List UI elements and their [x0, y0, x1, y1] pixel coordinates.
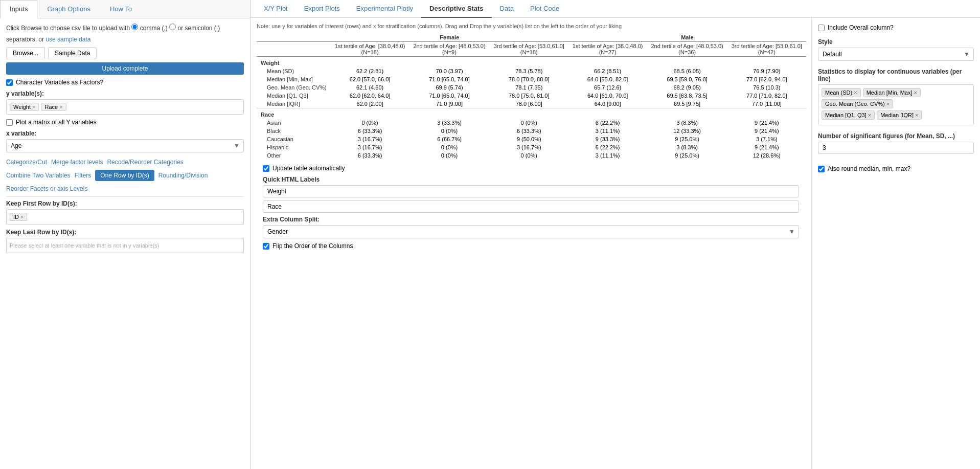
- comma-radio[interactable]: [131, 24, 138, 30]
- stats-section: Statistics to display for continuous var…: [818, 68, 974, 125]
- round-median-section: Also round median, min, max?: [818, 165, 974, 172]
- sample-data-button[interactable]: Sample Data: [48, 47, 97, 59]
- col-header-5: 3rd tertile of Age: [53.0,61.0](N=42): [727, 42, 806, 57]
- keep-last-input[interactable]: Please select at least one variable that…: [6, 238, 244, 253]
- stats-tag-row-1: Mean (SD) × Median [Min, Max] ×: [822, 88, 970, 97]
- sig-fig-section: Number of significant figures (for Mean,…: [818, 132, 974, 158]
- table-row: Asian0 (0%)3 (33.3%)0 (0%)6 (22.2%)3 (8.…: [257, 119, 806, 127]
- stats-tag-row-3: Median [Q1, Q3] × Median [IQR] ×: [822, 110, 970, 120]
- col-split-wrapper: Gender ▼: [263, 225, 799, 238]
- right-tab-bar: X/Y Plot Export Plots Experimental Plotl…: [250, 0, 980, 18]
- tab-graph-options[interactable]: Graph Options: [37, 0, 100, 18]
- tab-descriptive-stats[interactable]: Descriptive Stats: [421, 0, 492, 18]
- extra-col-split-label: Extra Column Split:: [263, 216, 799, 223]
- col-header-4: 2nd tertile of Age: [48.0,53.0)(N=36): [647, 42, 727, 57]
- merge-factor-levels-btn[interactable]: Merge factor levels: [51, 159, 103, 166]
- y-variables-input[interactable]: Weight × Race ×: [6, 99, 244, 115]
- keep-last-label: Keep Last Row by ID(s):: [6, 229, 244, 236]
- tab-plot-code[interactable]: Plot Code: [522, 0, 567, 18]
- right-content-area: Note: use y for variables of interest (r…: [250, 18, 980, 469]
- stats-tag-median-q1-q3: Median [Q1, Q3] ×: [822, 110, 875, 120]
- stats-table: Female Male 1st tertile of Age: [38.0,48…: [257, 33, 806, 160]
- reorder-facets-btn[interactable]: Reorder Facets or axis Levels: [6, 185, 87, 192]
- table-row: Hispanic3 (16.7%)0 (0%)3 (16.7%)6 (22.2%…: [257, 143, 806, 151]
- keep-first-label: Keep First Row by ID(s):: [6, 200, 244, 207]
- left-tab-bar: Inputs Graph Options How To: [0, 0, 250, 18]
- file-buttons: Browse... Sample Data: [6, 47, 244, 59]
- table-row: Median [Q1, Q3]62.0 [62.0, 64.0]71.0 [65…: [257, 92, 806, 100]
- separators-note: separators, or use sample data: [6, 36, 244, 43]
- browse-button[interactable]: Browse...: [6, 47, 45, 59]
- x-variable-select[interactable]: Age: [6, 139, 244, 152]
- char-vars-row: Character Variables as Factors?: [6, 79, 244, 86]
- combine-two-vars-btn[interactable]: Combine Two Variables: [6, 170, 71, 181]
- round-median-row: Also round median, min, max?: [818, 165, 974, 172]
- stats-tag-row-2: Geo. Mean (Geo. CV%) ×: [822, 99, 970, 108]
- col-header-2: 3rd tertile of Age: [53.0,61.0](N=18): [490, 42, 568, 57]
- flip-cols-row: Flip the Order of the Columns: [263, 242, 799, 250]
- col-split-select[interactable]: Gender: [263, 225, 799, 238]
- style-select[interactable]: Default: [818, 48, 974, 61]
- table-row: Black6 (33.3%)0 (0%)6 (33.3%)3 (11.1%)12…: [257, 127, 806, 135]
- section-header-race: Race: [257, 108, 806, 119]
- link-row-1: Categorize/Cut Merge factor levels Recod…: [6, 159, 244, 166]
- tab-xy-plot[interactable]: X/Y Plot: [256, 0, 296, 18]
- bottom-options: Update table automatically Quick HTML La…: [257, 160, 805, 259]
- quick-html-label: Quick HTML Labels: [263, 176, 799, 183]
- update-auto-checkbox[interactable]: [263, 165, 269, 172]
- table-row: Median [IQR]62.0 [2.00]71.0 [9.00]78.0 […: [257, 100, 806, 108]
- plot-matrix-checkbox[interactable]: [6, 119, 13, 126]
- update-auto-row: Update table automatically: [263, 165, 799, 172]
- recode-reorder-btn[interactable]: Recode/Reorder Categories: [107, 159, 183, 166]
- semicolon-radio[interactable]: [169, 24, 176, 30]
- tab-export-plots[interactable]: Export Plots: [296, 0, 348, 18]
- y-variables-label: y variable(s):: [6, 90, 244, 97]
- sig-fig-label: Number of significant figures (for Mean,…: [818, 132, 974, 140]
- table-note: Note: use y for variables of interest (r…: [257, 23, 805, 29]
- table-row: Caucasian3 (16.7%)6 (66.7%)9 (50.0%)9 (3…: [257, 135, 806, 143]
- use-sample-link[interactable]: use sample data: [45, 36, 90, 43]
- char-vars-checkbox[interactable]: [6, 79, 13, 86]
- male-header: Male: [568, 33, 806, 42]
- html-label-race[interactable]: [263, 200, 799, 213]
- section-header-weight: Weight: [257, 57, 806, 68]
- left-panel: Inputs Graph Options How To Click Browse…: [0, 0, 250, 469]
- stats-tag-mean-sd: Mean (SD) ×: [822, 88, 861, 97]
- include-overall-section: Include Overall column?: [818, 24, 974, 31]
- stats-section-label: Statistics to display for continuous var…: [818, 68, 974, 82]
- tab-inputs[interactable]: Inputs: [0, 0, 37, 18]
- keep-first-input[interactable]: ID ×: [6, 209, 244, 225]
- html-label-weight[interactable]: [263, 185, 799, 197]
- col-header-1: 2nd tertile of Age: [48.0,53.0)(N=9): [409, 42, 489, 57]
- col-header-3: 1st tertile of Age: [38.0,48.0)(N=27): [568, 42, 647, 57]
- include-overall-row: Include Overall column?: [818, 24, 974, 31]
- table-row: Median [Min, Max]62.0 [57.0, 66.0]71.0 […: [257, 75, 806, 83]
- style-section: Style Default ▼: [818, 38, 974, 61]
- table-row: Mean (SD)62.2 (2.81)70.0 (3.97)78.3 (5.7…: [257, 67, 806, 75]
- keep-last-placeholder: Please select at least one variable that…: [10, 242, 159, 249]
- round-median-checkbox[interactable]: [818, 166, 825, 172]
- link-row-2: Combine Two Variables Filters One Row by…: [6, 170, 244, 181]
- female-header: Female: [331, 33, 568, 42]
- filters-btn[interactable]: Filters: [75, 170, 92, 181]
- sig-fig-input[interactable]: [818, 142, 974, 154]
- plot-matrix-row: Plot a matrix of all Y variables: [6, 119, 244, 126]
- rounding-division-btn[interactable]: Rounding/Division: [158, 170, 208, 181]
- stats-tag-median-iqr: Median [IQR] ×: [877, 110, 922, 120]
- categorize-cut-btn[interactable]: Categorize/Cut: [6, 159, 47, 166]
- tab-data[interactable]: Data: [492, 0, 522, 18]
- options-panel: Include Overall column? Style Default ▼ …: [811, 18, 980, 469]
- table-area: Note: use y for variables of interest (r…: [250, 18, 811, 469]
- flip-cols-checkbox[interactable]: [263, 243, 269, 250]
- tab-experimental-plotly[interactable]: Experimental Plotly: [348, 0, 421, 18]
- stats-tags-box: Mean (SD) × Median [Min, Max] × Geo. Mea…: [818, 84, 974, 125]
- table-row: Other6 (33.3%)0 (0%)0 (0%)3 (11.1%)9 (25…: [257, 151, 806, 160]
- keep-first-tag-id: ID ×: [10, 213, 27, 221]
- tab-how-to[interactable]: How To: [100, 0, 142, 18]
- upload-status: Upload complete: [6, 62, 244, 75]
- style-label: Style: [818, 38, 974, 46]
- one-row-by-id-btn[interactable]: One Row by ID(s): [95, 170, 154, 181]
- include-overall-checkbox[interactable]: [818, 25, 825, 31]
- style-select-wrapper: Default ▼: [818, 48, 974, 61]
- x-variable-select-wrapper: Age ▼: [6, 139, 244, 152]
